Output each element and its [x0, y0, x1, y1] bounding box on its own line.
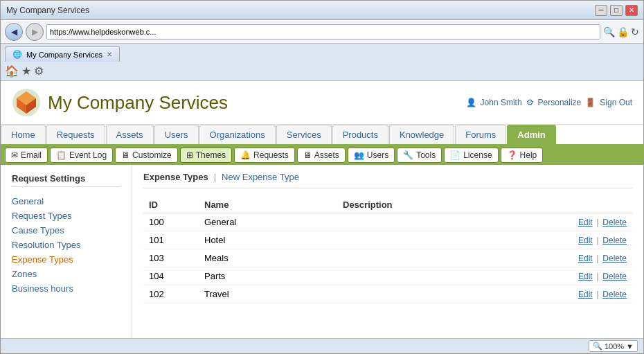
cell-desc-0	[337, 213, 486, 231]
col-header-id: ID	[143, 197, 199, 213]
sidebar-item-expense-types[interactable]: Expense Types	[12, 252, 120, 267]
content-header: Expense Types | New Expense Type	[143, 172, 632, 188]
delete-link-0[interactable]: Delete	[602, 218, 627, 227]
cell-desc-1	[337, 231, 486, 249]
forward-button[interactable]: ▶	[26, 23, 44, 41]
cell-id-1: 101	[143, 231, 199, 249]
user-name-link[interactable]: John Smith	[481, 98, 522, 107]
tab-requests[interactable]: Requests	[46, 125, 105, 144]
delete-link-4[interactable]: Delete	[602, 290, 627, 299]
tab-users[interactable]: Users	[154, 125, 199, 144]
address-input[interactable]	[46, 24, 600, 39]
personalize-icon: ⚙	[526, 98, 534, 107]
app-logo	[12, 88, 41, 117]
edit-link-0[interactable]: Edit	[578, 218, 593, 227]
title-bar: My Company Services ─ □ ✕	[1, 1, 643, 20]
sidebar-item-resolution-types[interactable]: Resolution Types	[12, 238, 120, 252]
subnav-users[interactable]: 👥 Users	[348, 148, 395, 163]
signout-link[interactable]: Sign Out	[600, 98, 632, 107]
table-row: 100 General Edit | Delete	[143, 213, 632, 231]
page-content: My Company Services 👤 John Smith ⚙ Perso…	[1, 81, 643, 338]
subnav-license[interactable]: 📄 License	[444, 148, 498, 163]
expense-types-table: ID Name Description 100 General Edi	[143, 197, 632, 303]
tab-forums[interactable]: Forums	[455, 125, 506, 144]
cell-actions-3: Edit | Delete	[486, 267, 632, 285]
tab-knowledge[interactable]: Knowledge	[389, 125, 454, 144]
subnav-tools[interactable]: 🔧 Tools	[397, 148, 442, 163]
subnav-tools-label: Tools	[416, 150, 436, 160]
close-button[interactable]: ✕	[625, 5, 638, 16]
content-area: Request Settings General Request Types C…	[1, 165, 643, 338]
signout-icon: 🚪	[585, 98, 596, 107]
tab-admin[interactable]: Admin	[507, 125, 555, 144]
delete-link-3[interactable]: Delete	[602, 272, 627, 281]
tab-services[interactable]: Services	[276, 125, 332, 144]
user-icon: 👤	[466, 98, 476, 107]
event-log-icon: 📋	[56, 150, 66, 160]
edit-link-3[interactable]: Edit	[578, 272, 593, 281]
sidebar-item-zones[interactable]: Zones	[12, 267, 120, 281]
minimize-button[interactable]: ─	[595, 5, 607, 16]
main-nav: Home Requests Assets Users Organizations…	[1, 125, 643, 145]
settings-toolbar-icon[interactable]: ⚙	[34, 64, 44, 78]
help-icon: ❓	[507, 150, 517, 160]
subnav-themes[interactable]: ⊞ Themes	[180, 148, 232, 163]
zoom-icon: 🔍	[593, 342, 602, 351]
col-header-actions	[486, 197, 632, 213]
cell-name-1: Hotel	[199, 231, 337, 249]
subnav-help[interactable]: ❓ Help	[501, 148, 544, 163]
subnav-email[interactable]: ✉ Email	[5, 148, 48, 163]
cell-id-4: 102	[143, 285, 199, 303]
tab-favicon: 🌐	[12, 50, 22, 59]
edit-link-4[interactable]: Edit	[578, 290, 593, 299]
subnav-assets[interactable]: 🖥 Assets	[297, 148, 346, 163]
new-expense-type-link[interactable]: New Expense Type	[222, 172, 299, 182]
subnav-event-log[interactable]: 📋 Event Log	[50, 148, 113, 163]
sidebar-item-cause-types[interactable]: Cause Types	[12, 223, 120, 238]
tab-products[interactable]: Products	[332, 125, 388, 144]
page-header: My Company Services 👤 John Smith ⚙ Perso…	[1, 81, 643, 125]
subnav-customize-label: Customize	[132, 150, 172, 160]
maximize-button[interactable]: □	[610, 5, 623, 16]
cell-actions-2: Edit | Delete	[486, 249, 632, 267]
back-button[interactable]: ◀	[5, 23, 23, 41]
cell-name-0: General	[199, 213, 337, 231]
page-title: My Company Services	[48, 92, 228, 114]
refresh-icon[interactable]: ↻	[631, 26, 639, 37]
cell-desc-4	[337, 285, 486, 303]
cell-actions-4: Edit | Delete	[486, 285, 632, 303]
email-icon: ✉	[11, 150, 18, 160]
subnav-themes-label: Themes	[196, 150, 226, 160]
subnav-requests[interactable]: 🔔 Requests	[234, 148, 295, 163]
sidebar-item-business-hours[interactable]: Business hours	[12, 281, 120, 296]
star-toolbar-icon[interactable]: ★	[21, 64, 31, 78]
main-content: Expense Types | New Expense Type ID Name…	[132, 165, 643, 338]
personalize-link[interactable]: Personalize	[538, 98, 582, 107]
edit-link-1[interactable]: Edit	[578, 236, 593, 245]
tab-organizations[interactable]: Organizations	[199, 125, 276, 144]
customize-icon: 🖥	[121, 150, 129, 160]
delete-link-2[interactable]: Delete	[602, 254, 627, 263]
edit-link-2[interactable]: Edit	[578, 254, 593, 263]
search-icon[interactable]: 🔍	[603, 26, 615, 37]
sidebar-item-request-types[interactable]: Request Types	[12, 209, 120, 223]
content-section-title: Expense Types	[143, 172, 208, 182]
subnav-customize[interactable]: 🖥 Customize	[115, 148, 178, 163]
zoom-control[interactable]: 🔍 100% ▼	[589, 340, 638, 352]
browser-tab[interactable]: 🌐 My Company Services ✕	[5, 46, 120, 62]
zoom-dropdown-icon[interactable]: ▼	[626, 342, 634, 351]
cell-actions-0: Edit | Delete	[486, 213, 632, 231]
cell-id-2: 103	[143, 249, 199, 267]
cell-name-4: Travel	[199, 285, 337, 303]
sidebar-item-general[interactable]: General	[12, 194, 120, 209]
tab-close-icon[interactable]: ✕	[107, 51, 112, 58]
tab-label: My Company Services	[26, 51, 102, 59]
lock-icon: 🔒	[617, 26, 629, 37]
home-toolbar-icon[interactable]: 🏠	[5, 64, 19, 78]
user-actions: 👤 John Smith ⚙ Personalize 🚪 Sign Out	[466, 98, 632, 107]
tab-home[interactable]: Home	[1, 125, 46, 144]
cell-desc-2	[337, 249, 486, 267]
delete-link-1[interactable]: Delete	[602, 236, 627, 245]
subnav-license-label: License	[463, 150, 492, 160]
tab-assets[interactable]: Assets	[106, 125, 154, 144]
